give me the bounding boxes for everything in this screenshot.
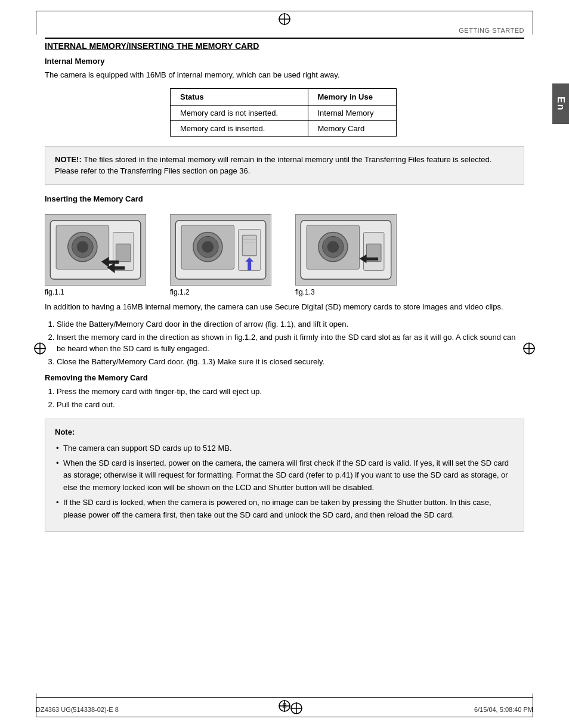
table-cell-memory-1: Internal Memory	[308, 105, 397, 120]
note-small-title: Note:	[55, 426, 514, 439]
figure-2-img	[170, 214, 271, 286]
inserting-steps-list: Slide the Battery/Memory Card door in th…	[45, 318, 524, 367]
section-header-rule	[45, 38, 524, 39]
figure-3-label: fig.1.3	[295, 288, 315, 296]
table-cell-memory-2: Memory Card	[308, 120, 397, 136]
note-bullets-list: The camera can support SD cards up to 51…	[55, 442, 514, 522]
figure-2-label: fig.1.2	[170, 288, 190, 296]
page-border-right-top	[533, 11, 533, 35]
inserting-subtitle: Inserting the Memory Card	[45, 194, 524, 203]
svg-point-24	[202, 241, 214, 253]
figure-2-item: fig.1.2	[170, 214, 271, 296]
note-box-small: Note: The camera can support SD cards up…	[45, 419, 524, 532]
top-crosshair	[277, 12, 292, 28]
table-col1-header: Status	[171, 88, 308, 105]
svg-rect-16	[116, 244, 131, 262]
left-crosshair	[33, 342, 47, 358]
table-row: Memory card is not inserted. Internal Me…	[171, 105, 397, 120]
inserting-intro-text: In addition to having a 16MB internal me…	[45, 301, 524, 313]
figures-row: fig.1.1	[45, 214, 524, 296]
main-content: INTERNAL MEMORY/INSERTING THE MEMORY CAR…	[0, 41, 569, 532]
internal-memory-description: The camera is equipped with 16MB of inte…	[45, 69, 524, 81]
list-item: Insert the memory card in the direction …	[57, 332, 524, 355]
internal-memory-subtitle: Internal Memory	[45, 57, 524, 66]
svg-rect-26	[242, 235, 256, 255]
note-box: NOTE!: The files stored in the internal …	[45, 146, 524, 185]
table-row: Memory card is inserted. Memory Card	[171, 120, 397, 136]
section-title: INTERNAL MEMORY/INSERTING THE MEMORY CAR…	[45, 41, 524, 51]
list-item: When the SD card is inserted, power on t…	[55, 457, 514, 494]
right-crosshair	[522, 342, 536, 358]
table-cell-status-1: Memory card is not inserted.	[171, 105, 308, 120]
figure-1-img	[45, 214, 146, 286]
list-item: Press the memory card with finger-tip, t…	[57, 386, 524, 398]
note-label: NOTE!:	[55, 155, 82, 164]
list-item: Slide the Battery/Memory Card door in th…	[57, 318, 524, 330]
figure-1-item: fig.1.1	[45, 214, 146, 296]
list-item: Pull the card out.	[57, 399, 524, 411]
memory-table: Status Memory in Use Memory card is not …	[170, 88, 397, 137]
svg-point-14	[77, 241, 89, 253]
table-cell-status-2: Memory card is inserted.	[171, 120, 308, 136]
figure-3-img	[295, 214, 397, 286]
table-col2-header: Memory in Use	[308, 88, 397, 105]
figure-1-label: fig.1.1	[45, 288, 64, 296]
svg-point-35	[327, 241, 339, 253]
en-tab: En	[552, 83, 569, 124]
list-item: Close the Battery/Memory Card door. (fig…	[57, 356, 524, 368]
page-border-left-top	[36, 11, 36, 35]
list-item: If the SD card is locked, when the camer…	[55, 497, 514, 522]
page-number: 8	[0, 701, 569, 710]
list-item: The camera can support SD cards up to 51…	[55, 442, 514, 455]
figure-3-item: fig.1.3	[295, 214, 397, 296]
removing-steps-list: Press the memory card with finger-tip, t…	[45, 386, 524, 410]
removing-subtitle: Removing the Memory Card	[45, 373, 524, 382]
note-text: The files stored in the internal memory …	[55, 155, 491, 176]
page-border-top	[36, 11, 533, 11]
